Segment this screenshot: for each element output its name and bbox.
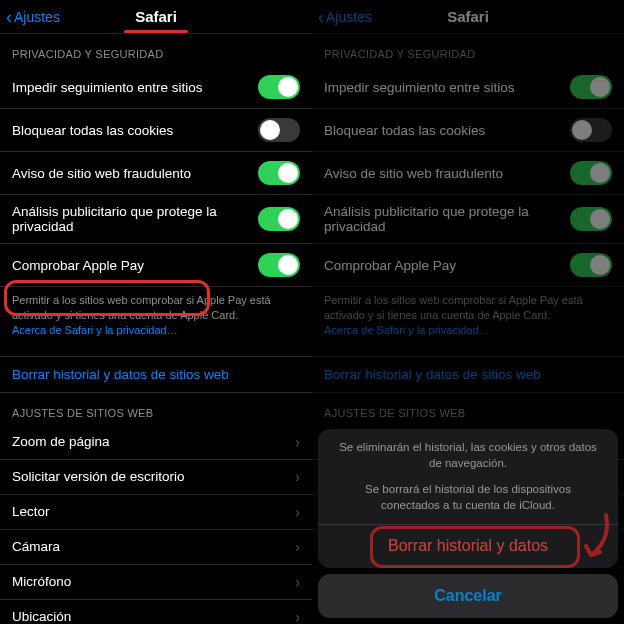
chevron-left-icon: ‹ [318, 8, 324, 26]
toggle-apple-pay[interactable] [258, 253, 300, 277]
row-label: Ubicación [12, 609, 295, 624]
chevron-right-icon: › [295, 434, 300, 450]
clear-history-row[interactable]: Borrar historial y datos de sitios web [312, 356, 624, 393]
chevron-left-icon: ‹ [6, 8, 12, 26]
footer-note: Permitir a los sitios web comprobar si A… [0, 287, 312, 342]
row-label: Comprobar Apple Pay [324, 258, 570, 273]
toggle-fraud-warning[interactable] [570, 161, 612, 185]
row-label: Impedir seguimiento entre sitios [12, 80, 258, 95]
privacy-link[interactable]: Acerca de Safari y la privacidad… [324, 324, 490, 336]
row-camera[interactable]: Cámara › [0, 530, 312, 565]
row-label: Comprobar Apple Pay [12, 258, 258, 273]
sheet-message-2: Se borrará el historial de los dispositi… [318, 481, 618, 523]
privacy-link[interactable]: Acerca de Safari y la privacidad… [12, 324, 178, 336]
toggle-prevent-tracking[interactable] [258, 75, 300, 99]
back-button[interactable]: ‹ Ajustes [6, 0, 60, 34]
chevron-right-icon: › [295, 469, 300, 485]
footer-note: Permitir a los sitios web comprobar si A… [312, 287, 624, 342]
toggle-apple-pay[interactable] [570, 253, 612, 277]
row-privacy-ads[interactable]: Análisis publicitario que protege la pri… [312, 195, 624, 244]
row-prevent-tracking[interactable]: Impedir seguimiento entre sitios [312, 66, 624, 109]
chevron-right-icon: › [295, 504, 300, 520]
row-reader[interactable]: Lector › [0, 495, 312, 530]
section-header-web: AJUSTES DE SITIOS WEB [0, 393, 312, 425]
back-label: Ajustes [326, 9, 372, 25]
section-header-privacy: PRIVACIDAD Y SEGURIDAD [0, 34, 312, 66]
toggle-privacy-ads[interactable] [570, 207, 612, 231]
row-apple-pay[interactable]: Comprobar Apple Pay [312, 244, 624, 287]
clear-history-label: Borrar historial y datos de sitios web [12, 367, 229, 382]
row-microphone[interactable]: Micrófono › [0, 565, 312, 600]
row-block-cookies[interactable]: Bloquear todas las cookies [0, 109, 312, 152]
nav-bar: ‹ Ajustes Safari [312, 0, 624, 34]
row-location[interactable]: Ubicación › [0, 600, 312, 624]
row-label: Lector [12, 504, 295, 519]
toggle-block-cookies[interactable] [258, 118, 300, 142]
clear-history-row[interactable]: Borrar historial y datos de sitios web [0, 356, 312, 393]
sheet-message-1: Se eliminarán el historial, las cookies … [318, 429, 618, 481]
row-label: Bloquear todas las cookies [324, 123, 570, 138]
sheet-destructive-action[interactable]: Borrar historial y datos [318, 524, 618, 568]
row-label: Análisis publicitario que protege la pri… [12, 204, 258, 234]
row-label: Aviso de sitio web fraudulento [324, 166, 570, 181]
chevron-right-icon: › [295, 609, 300, 624]
footer-text: Permitir a los sitios web comprobar si A… [324, 294, 583, 321]
row-zoom[interactable]: Zoom de página › [0, 425, 312, 460]
section-header-web: AJUSTES DE SITIOS WEB [312, 393, 624, 425]
row-label: Zoom de página [12, 434, 295, 449]
section-header-privacy: PRIVACIDAD Y SEGURIDAD [312, 34, 624, 66]
row-label: Micrófono [12, 574, 295, 589]
phone-right: ‹ Ajustes Safari PRIVACIDAD Y SEGURIDAD … [312, 0, 624, 624]
action-sheet: Se eliminarán el historial, las cookies … [312, 429, 624, 624]
row-label: Cámara [12, 539, 295, 554]
nav-bar: ‹ Ajustes Safari [0, 0, 312, 34]
row-label: Impedir seguimiento entre sitios [324, 80, 570, 95]
footer-text: Permitir a los sitios web comprobar si A… [12, 294, 271, 321]
back-button[interactable]: ‹ Ajustes [318, 0, 372, 34]
toggle-privacy-ads[interactable] [258, 207, 300, 231]
row-label: Bloquear todas las cookies [12, 123, 258, 138]
row-desktop[interactable]: Solicitar versión de escritorio › [0, 460, 312, 495]
row-label: Solicitar versión de escritorio [12, 469, 295, 484]
row-prevent-tracking[interactable]: Impedir seguimiento entre sitios [0, 66, 312, 109]
row-privacy-ads[interactable]: Análisis publicitario que protege la pri… [0, 195, 312, 244]
page-title: Safari [447, 8, 489, 25]
toggle-block-cookies[interactable] [570, 118, 612, 142]
action-sheet-card: Se eliminarán el historial, las cookies … [318, 429, 618, 568]
row-fraud-warning[interactable]: Aviso de sitio web fraudulento [312, 152, 624, 195]
row-fraud-warning[interactable]: Aviso de sitio web fraudulento [0, 152, 312, 195]
clear-history-label: Borrar historial y datos de sitios web [324, 367, 541, 382]
row-block-cookies[interactable]: Bloquear todas las cookies [312, 109, 624, 152]
row-label: Aviso de sitio web fraudulento [12, 166, 258, 181]
back-label: Ajustes [14, 9, 60, 25]
chevron-right-icon: › [295, 574, 300, 590]
chevron-right-icon: › [295, 539, 300, 555]
row-label: Análisis publicitario que protege la pri… [324, 204, 570, 234]
page-title: Safari [135, 8, 177, 25]
sheet-cancel-button[interactable]: Cancelar [318, 574, 618, 618]
toggle-prevent-tracking[interactable] [570, 75, 612, 99]
phone-left: ‹ Ajustes Safari PRIVACIDAD Y SEGURIDAD … [0, 0, 312, 624]
toggle-fraud-warning[interactable] [258, 161, 300, 185]
annotation-underline [124, 30, 188, 33]
row-apple-pay[interactable]: Comprobar Apple Pay [0, 244, 312, 287]
